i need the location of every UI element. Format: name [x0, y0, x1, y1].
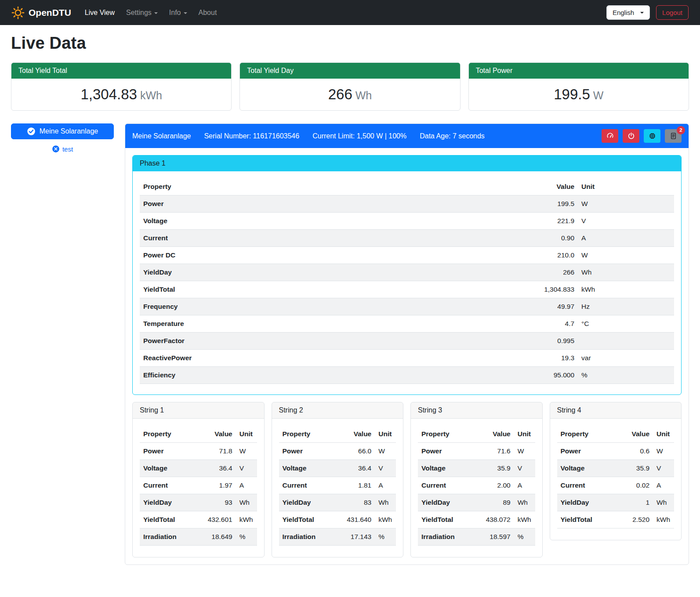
- strings-row: String 1PropertyValueUnitPower71.8WVolta…: [132, 402, 682, 557]
- property-cell: Current: [418, 477, 482, 494]
- unit-cell: V: [578, 213, 674, 230]
- property-column-header: Property: [557, 426, 627, 443]
- value-cell: 431.640: [343, 511, 375, 528]
- nav-item-info[interactable]: Info: [163, 5, 193, 20]
- property-cell: YieldTotal: [279, 511, 344, 528]
- nav-item-settings[interactable]: Settings: [120, 5, 163, 20]
- nav-item-live-view[interactable]: Live View: [79, 5, 120, 20]
- inverter-panel-body: Phase 1 PropertyValueUnitPower199.5WVolt…: [125, 148, 689, 564]
- table-row: Irradiation17.143%: [279, 528, 396, 546]
- property-cell: Temperature: [140, 315, 461, 333]
- unit-cell: A: [653, 477, 674, 494]
- table-row: YieldDay83Wh: [279, 494, 396, 511]
- page-title: Live Data: [11, 34, 689, 53]
- inverter-sidebar: Meine Solaranlage test: [11, 123, 114, 153]
- table-row: Voltage221.9V: [140, 213, 674, 230]
- data-table: PropertyValueUnitPower0.6WVoltage35.9VCu…: [557, 426, 675, 528]
- chevron-down-icon: [184, 12, 187, 14]
- unit-cell: W: [375, 443, 396, 460]
- event-log-button[interactable]: 2: [665, 129, 682, 143]
- value-column-header: Value: [343, 426, 375, 443]
- property-cell: YieldDay: [140, 264, 461, 281]
- table-row: Voltage36.4V: [279, 460, 396, 477]
- unit-cell: Wh: [653, 494, 674, 511]
- summary-cards-row: Total Yield Total 1,304.83kWh Total Yiel…: [11, 62, 689, 111]
- unit-column-header: Unit: [578, 178, 674, 195]
- value-cell: 1.97: [204, 477, 236, 494]
- nav-item-info-label: Info: [169, 9, 181, 16]
- page-container: Live Data Total Yield Total 1,304.83kWh …: [0, 34, 700, 578]
- unit-cell: %: [578, 367, 674, 384]
- value-cell: 0.02: [627, 477, 653, 494]
- inverter-select-button[interactable]: Meine Solaranlage: [11, 123, 114, 139]
- unit-column-header: Unit: [375, 426, 396, 443]
- value-cell: 266: [461, 264, 578, 281]
- string-card-body: PropertyValueUnitPower0.6WVoltage35.9VCu…: [550, 419, 682, 540]
- unit-column-header: Unit: [653, 426, 674, 443]
- value-cell: 432.601: [204, 511, 236, 528]
- property-cell: YieldDay: [418, 494, 482, 511]
- string-card: String 2PropertyValueUnitPower66.0WVolta…: [272, 402, 404, 557]
- value-cell: 1: [627, 494, 653, 511]
- table-body: Power71.6WVoltage35.9VCurrent2.00AYieldD…: [418, 443, 535, 546]
- property-cell: ReactivePower: [140, 350, 461, 367]
- table-head: PropertyValueUnit: [279, 426, 396, 443]
- total-yield-total-card: Total Yield Total 1,304.83kWh: [11, 62, 232, 111]
- table-head: PropertyValueUnit: [140, 178, 674, 195]
- property-column-header: Property: [140, 178, 461, 195]
- nav-item-about[interactable]: About: [193, 5, 223, 20]
- value-cell: 438.072: [482, 511, 514, 528]
- unit-cell: Wh: [375, 494, 396, 511]
- value-cell: 83: [343, 494, 375, 511]
- value-cell: 0.90: [461, 230, 578, 247]
- top-navbar: OpenDTU Live View Settings Info About En…: [0, 0, 700, 25]
- property-cell: Power: [418, 443, 482, 460]
- property-cell: YieldTotal: [557, 511, 627, 528]
- brand-link[interactable]: OpenDTU: [11, 6, 71, 19]
- table-row: ReactivePower19.3var: [140, 350, 674, 367]
- property-cell: YieldTotal: [140, 281, 461, 298]
- event-count-badge: 2: [677, 126, 685, 134]
- summary-card-value: 199.5: [554, 86, 590, 102]
- string-card-title: String 1: [133, 402, 264, 419]
- cpu-icon: [649, 132, 656, 140]
- unit-cell: W: [514, 443, 535, 460]
- inverter-action-buttons: 2: [602, 129, 682, 143]
- property-cell: Voltage: [140, 460, 204, 477]
- inverter-current-limit: Current Limit: 1,500 W | 100%: [312, 132, 406, 140]
- value-cell: 89: [482, 494, 514, 511]
- language-select[interactable]: English: [606, 5, 650, 20]
- table-header-row: PropertyValueUnit: [557, 426, 675, 443]
- phase-card-title: Phase 1: [133, 156, 681, 171]
- logout-button[interactable]: Logout: [656, 5, 689, 20]
- limit-settings-button[interactable]: [602, 129, 618, 143]
- table-head: PropertyValueUnit: [557, 426, 675, 443]
- inverter-name: Meine Solaranlage: [132, 132, 191, 140]
- table-row: Voltage36.4V: [140, 460, 257, 477]
- value-cell: 17.143: [343, 528, 375, 546]
- unit-cell: V: [653, 460, 674, 477]
- unit-cell: kWh: [236, 511, 257, 528]
- table-row: YieldDay266Wh: [140, 264, 674, 281]
- summary-card-title: Total Yield Total: [11, 63, 231, 79]
- x-circle-icon[interactable]: [52, 145, 60, 153]
- table-body: Power71.8WVoltage36.4VCurrent1.97AYieldD…: [140, 443, 257, 546]
- table-row: Current1.81A: [279, 477, 396, 494]
- test-inverter-link[interactable]: test: [62, 145, 73, 153]
- unit-cell: V: [514, 460, 535, 477]
- power-settings-button[interactable]: [623, 129, 639, 143]
- device-info-button[interactable]: [644, 129, 660, 143]
- table-row: Voltage35.9V: [557, 460, 675, 477]
- unit-cell: kWh: [375, 511, 396, 528]
- table-body: Power0.6WVoltage35.9VCurrent0.02AYieldDa…: [557, 443, 675, 528]
- unit-cell: Hz: [578, 298, 674, 315]
- unit-cell: W: [236, 443, 257, 460]
- value-column-header: Value: [204, 426, 236, 443]
- summary-card-unit: kWh: [140, 89, 162, 101]
- property-cell: YieldTotal: [418, 511, 482, 528]
- unit-cell: %: [375, 528, 396, 546]
- string-card-body: PropertyValueUnitPower66.0WVoltage36.4VC…: [272, 419, 403, 557]
- string-card: String 4PropertyValueUnitPower0.6WVoltag…: [550, 402, 682, 540]
- value-cell: 0.6: [627, 443, 653, 460]
- property-cell: Voltage: [418, 460, 482, 477]
